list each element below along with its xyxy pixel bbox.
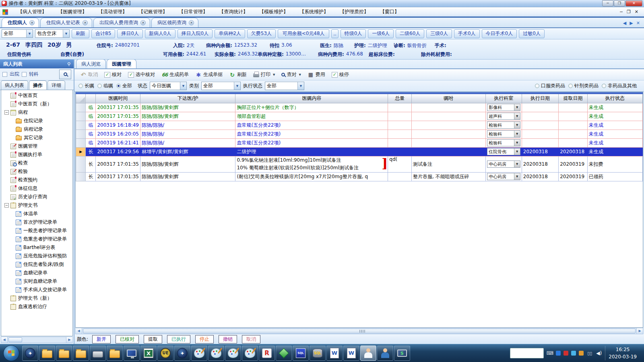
word-doc-2[interactable]: W: [343, 346, 359, 361]
chevron-down-icon[interactable]: ▼: [514, 113, 520, 119]
remote-r-app[interactable]: R: [259, 346, 275, 361]
chevron-down-icon[interactable]: ▼: [514, 140, 520, 146]
tree-item[interactable]: 检查预约: [1, 176, 72, 184]
exec-dept-select[interactable]: 检验科▼: [487, 139, 520, 146]
order-row[interactable]: 长200317 17:01:35陈驰/陈驰/黄剑辉(耐信)艾司奥美拉唑镁肠溶片[…: [76, 172, 643, 181]
paint-app-3[interactable]: [225, 346, 241, 361]
toolbar-生成药单-button[interactable]: 66生成药单: [159, 70, 191, 79]
tree-item[interactable]: 体征信息: [1, 184, 72, 193]
tree-item[interactable]: 中医首页: [1, 91, 72, 100]
minimize-button[interactable]: ─: [602, 0, 613, 6]
tree-item[interactable]: 血糖记录单: [1, 269, 72, 277]
order-row[interactable]: 临200317 17:01:35陈驰/陈驰/黄剑辉颈部血管彩超超声科▼未生成: [76, 112, 643, 121]
order-row[interactable]: 临200317 17:01:35陈驰/陈驰/黄剑辉胸部正位片+侧位片（数字）影像…: [76, 103, 643, 112]
column-header[interactable]: 嘱咐: [412, 94, 486, 103]
exec-dept-select[interactable]: 中心药房▼: [487, 160, 520, 168]
tree-item[interactable]: 中医首页（新）: [1, 100, 72, 108]
filter-button[interactable]: 择日入院0人: [178, 29, 213, 38]
chevron-down-icon[interactable]: ▼: [273, 73, 275, 76]
tree-item[interactable]: 一般患者护理记录单: [1, 226, 72, 235]
toolbar-查对-button[interactable]: 查对▼: [279, 70, 303, 79]
pin-icon[interactable]: ⚲: [67, 62, 70, 67]
paint-app-2[interactable]: [208, 346, 224, 361]
tab-order-management[interactable]: 医嘱管理: [107, 59, 136, 68]
negative-balance-button[interactable]: 可用余额<0元48人: [278, 29, 329, 38]
tab-close-icon[interactable]: ✕: [140, 20, 146, 25]
filter-button[interactable]: 择日0人: [117, 29, 143, 38]
sql-server-app[interactable]: SQL: [310, 346, 326, 361]
sql-query-app[interactable]: SQL: [293, 346, 309, 361]
sidebar-hscrollbar[interactable]: ◀ ▶: [1, 337, 73, 343]
chevron-down-icon[interactable]: ▼: [234, 82, 240, 90]
menu-item[interactable]: 【模板维护】: [254, 8, 294, 16]
scroll-thumb[interactable]: [8, 337, 22, 342]
order-row[interactable]: 长200317 17:01:35陈驰/陈驰/黄剑辉0.9%氯化钠注射液[10ml…: [76, 156, 643, 172]
folder-window-4[interactable]: [107, 346, 123, 361]
toolbar-选中核对-button[interactable]: ✓选中核对: [126, 70, 157, 79]
excel-app[interactable]: [140, 346, 157, 361]
tab-operations[interactable]: 操作: [29, 80, 47, 90]
level-filter-button[interactable]: 二级60人: [396, 29, 424, 38]
paint-app-4[interactable]: [242, 346, 258, 361]
chevron-down-icon[interactable]: ▼: [299, 73, 301, 76]
filter-button[interactable]: 欠费53人: [247, 29, 276, 38]
filter-button[interactable]: 单病种2人: [215, 29, 245, 38]
menu-item[interactable]: 【查询统计】: [213, 8, 254, 16]
restore-button[interactable]: ❐: [614, 0, 625, 6]
exec-dept-select[interactable]: 检验科▼: [487, 121, 520, 129]
tree-item[interactable]: 检验: [1, 167, 72, 176]
tree-item[interactable]: 住院记录: [1, 117, 72, 125]
tab-close-icon[interactable]: ✕: [83, 20, 88, 25]
bed-filter-select[interactable]: 包含空床▼: [35, 29, 70, 38]
chevron-down-icon[interactable]: ▼: [514, 148, 520, 155]
filter-button[interactable]: 合计85: [91, 29, 115, 38]
tree-expander-icon[interactable]: −: [4, 203, 9, 208]
menu-item[interactable]: 【系统维护】: [294, 8, 334, 16]
tray-input-box[interactable]: [510, 348, 544, 358]
tab-close-icon[interactable]: ✕: [189, 20, 194, 25]
keyboard-icon[interactable]: ⌨: [547, 350, 553, 356]
chevron-down-icon[interactable]: ▼: [180, 82, 186, 90]
search-button[interactable]: [59, 70, 71, 79]
mdi-minimize-button[interactable]: ─: [620, 9, 623, 14]
tab-close-icon[interactable]: ✕: [636, 21, 640, 26]
tab-patient-browse[interactable]: 病人浏览: [76, 59, 106, 68]
order-type-radio[interactable]: 全部: [116, 82, 132, 89]
volume-icon[interactable]: ◀): [596, 350, 602, 356]
chevron-down-icon[interactable]: ▼: [514, 122, 520, 128]
taskbar-clock[interactable]: 16:25 2020-03-19: [605, 346, 640, 360]
scroll-right-icon[interactable]: ▶: [66, 337, 72, 343]
color-tray-icon-1[interactable]: [571, 351, 576, 356]
his-doctor-app[interactable]: [377, 346, 393, 361]
drug-type-radio[interactable]: 口服类药品: [535, 82, 565, 89]
column-header[interactable]: 提取日期: [559, 94, 587, 103]
orders-hscrollbar[interactable]: ◀ ▶: [75, 328, 643, 334]
doc-tab[interactable]: 住院病人✕: [2, 18, 39, 27]
gem-app[interactable]: [276, 346, 292, 361]
tree-item[interactable]: 手术病人交接记录单: [1, 286, 72, 294]
order-row[interactable]: 临200319 16:18:49陈驰/陈驰/血常规(五分类22项)检验科▼未生成: [76, 121, 643, 130]
order-row[interactable]: 临200319 16:20:05陈驰/陈驰/血常规(五分类22项)检验科▼未生成: [76, 130, 643, 138]
tree-item[interactable]: 实时血糖记录单: [1, 277, 72, 286]
magnifier-tray-icon[interactable]: [556, 351, 561, 356]
chevron-down-icon[interactable]: ▼: [514, 173, 520, 180]
menu-item[interactable]: 【护理质控】: [334, 8, 374, 16]
tree-item[interactable]: 压疮危险评估和预防: [1, 252, 72, 260]
tree-item[interactable]: 医嘱执行单: [1, 150, 72, 159]
ultraedit-app[interactable]: UE: [157, 346, 173, 361]
start-button[interactable]: [3, 345, 19, 361]
scroll-right-icon[interactable]: ▶: [636, 328, 643, 334]
paint-app-1[interactable]: [191, 346, 207, 361]
tab-patient-list[interactable]: 病人列表: [1, 80, 28, 90]
his-nurse-app[interactable]: [360, 346, 376, 361]
discharge-checkbox[interactable]: [2, 72, 7, 77]
level-filter-button[interactable]: 一级6人: [368, 29, 394, 38]
tree-item[interactable]: 危重患者护理记录单: [1, 235, 72, 243]
exec-status-filter-select[interactable]: 全部▼: [265, 82, 304, 90]
order-type-radio[interactable]: 长嘱: [78, 82, 94, 89]
folder-window-3[interactable]: [73, 346, 89, 361]
word-doc-1[interactable]: W: [326, 346, 343, 361]
tree-item[interactable]: 首次护理记录单: [1, 218, 72, 226]
compass-app[interactable]: ✦: [22, 346, 38, 361]
tree-item[interactable]: 历史诊疗查询: [1, 193, 72, 201]
